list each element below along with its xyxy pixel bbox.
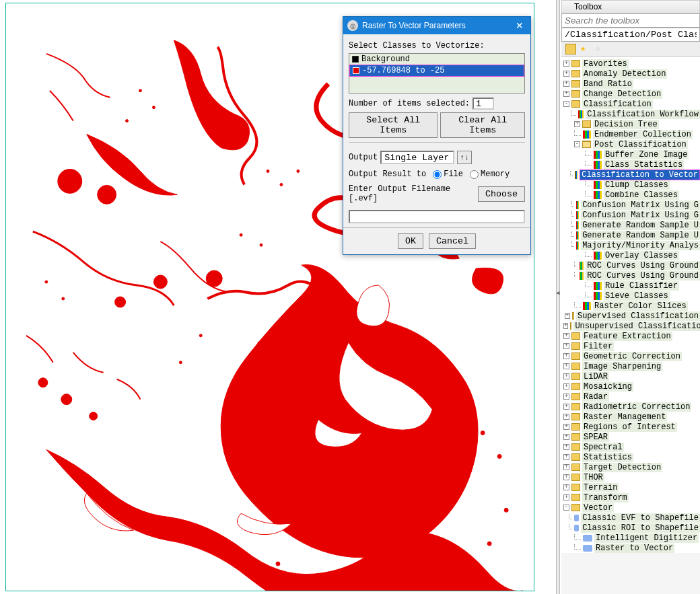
star-outline-icon[interactable]: ☆ xyxy=(595,44,606,54)
tree-item[interactable]: Endmember Collection xyxy=(561,129,700,139)
expand-icon[interactable]: + xyxy=(563,333,569,339)
close-icon[interactable]: ✕ xyxy=(513,20,526,32)
expand-icon[interactable]: + xyxy=(563,343,569,349)
expand-icon[interactable]: + xyxy=(563,394,569,400)
tree-item[interactable]: Classic EVF to Shapefile xyxy=(561,513,700,523)
expand-icon[interactable]: + xyxy=(563,474,569,480)
tree-item[interactable]: +Regions of Interest xyxy=(561,422,700,432)
tree-item[interactable]: Combine Classes xyxy=(561,190,700,200)
collapse-icon[interactable]: - xyxy=(563,505,569,511)
expand-icon[interactable]: + xyxy=(563,494,569,500)
tree-item[interactable]: Classification to Vector xyxy=(561,170,700,180)
expand-icon[interactable]: + xyxy=(563,353,569,359)
class-list[interactable]: Background -57.769848 to -25 xyxy=(349,53,525,94)
tree-item[interactable]: Generate Random Sample U xyxy=(561,230,700,240)
num-items-field[interactable] xyxy=(473,98,494,110)
expand-icon[interactable]: + xyxy=(563,444,569,450)
radio-memory-input[interactable] xyxy=(470,170,479,179)
expand-icon[interactable]: + xyxy=(563,464,569,470)
tree-item[interactable]: +Anomaly Detection xyxy=(561,69,700,79)
tree-item[interactable]: +Radiometric Correction xyxy=(561,402,700,412)
collapse-icon[interactable]: - xyxy=(574,141,580,147)
expand-icon[interactable]: + xyxy=(563,383,569,389)
tree-item[interactable]: +Favorites xyxy=(561,59,700,69)
radio-memory[interactable]: Memory xyxy=(470,170,510,179)
expand-icon[interactable]: + xyxy=(563,363,569,369)
tree-item[interactable]: +Transform xyxy=(561,492,700,503)
tree-item[interactable]: Confusion Matrix Using G xyxy=(561,200,700,210)
radio-file-input[interactable] xyxy=(433,170,442,179)
tree-item[interactable]: Generate Random Sample U xyxy=(561,220,700,230)
tree-item[interactable]: +Band Ratio xyxy=(561,79,700,89)
tree-item[interactable]: Rule Classifier xyxy=(561,281,700,291)
tree-item[interactable]: +Decision Tree xyxy=(561,119,700,129)
tree-item[interactable]: ROC Curves Using Ground xyxy=(561,260,700,270)
dialog-titlebar[interactable]: ◎ Raster To Vector Parameters ✕ xyxy=(343,17,530,34)
radio-file[interactable]: File xyxy=(433,170,463,179)
tree-item[interactable]: ROC Curves Using Ground xyxy=(561,270,700,281)
expand-icon[interactable]: + xyxy=(563,414,569,420)
class-row-background[interactable]: Background xyxy=(349,54,524,65)
tree-item[interactable]: +Change Detection xyxy=(561,89,700,99)
clear-all-button[interactable]: Clear All Items xyxy=(440,112,525,138)
output-mode-field[interactable] xyxy=(380,151,454,164)
tree-item[interactable]: +THOR xyxy=(561,472,700,482)
tree-item[interactable]: +Image Sharpening xyxy=(561,361,700,371)
tree-item[interactable]: Majority/Minority Analys xyxy=(561,240,700,250)
expand-icon[interactable]: + xyxy=(563,71,569,77)
tree-item[interactable]: +Unsupervised Classification xyxy=(561,321,700,331)
star-filled-icon[interactable]: ★ xyxy=(580,44,591,54)
tree-item[interactable]: Sieve Classes xyxy=(561,291,700,301)
tree-item[interactable]: Class Statistics xyxy=(561,159,700,170)
tree-item[interactable]: +Geometric Correction xyxy=(561,351,700,361)
expand-icon[interactable]: + xyxy=(563,434,569,440)
tree-item[interactable]: Confusion Matrix Using G xyxy=(561,210,700,220)
expand-icon[interactable]: + xyxy=(563,91,569,97)
tree-item[interactable]: -Classification xyxy=(561,99,700,109)
tree-item[interactable]: -Post Classification xyxy=(561,139,700,149)
tree-item[interactable]: +Raster Management xyxy=(561,412,700,422)
tree-item[interactable]: Buffer Zone Image xyxy=(561,149,700,159)
class-row-selected[interactable]: -57.769848 to -25 xyxy=(349,65,524,77)
panel-splitter[interactable] xyxy=(556,0,560,594)
expand-icon[interactable]: + xyxy=(563,454,569,460)
expand-icon[interactable]: + xyxy=(563,61,569,67)
tree-item[interactable]: +Supervised Classification xyxy=(561,311,700,321)
ok-button[interactable]: OK xyxy=(398,233,423,249)
tree-item[interactable]: +Terrain xyxy=(561,482,700,492)
tree-item[interactable]: -Vector xyxy=(561,503,700,513)
expand-icon[interactable]: + xyxy=(565,313,569,319)
filename-input[interactable] xyxy=(349,210,525,223)
tree-item[interactable]: Classic ROI to Shapefile xyxy=(561,523,700,533)
tree-item[interactable]: Raster Color Slices xyxy=(561,301,700,311)
tree-item[interactable]: Overlay Classes xyxy=(561,250,700,260)
tree-item[interactable]: +LiDAR xyxy=(561,371,700,381)
tree-item[interactable]: +Radar xyxy=(561,392,700,402)
expand-icon[interactable]: + xyxy=(574,121,580,127)
select-all-button[interactable]: Select All Items xyxy=(349,112,438,138)
tree-item[interactable]: +Statistics xyxy=(561,452,700,462)
collapse-icon[interactable]: - xyxy=(563,101,569,107)
tree-item[interactable]: +Filter xyxy=(561,341,700,351)
tree-item[interactable]: Classification Workflow xyxy=(561,109,700,119)
choose-button[interactable]: Choose xyxy=(478,186,525,202)
expand-icon[interactable]: + xyxy=(563,484,569,490)
cancel-button[interactable]: Cancel xyxy=(429,233,476,249)
tree-item[interactable]: +Feature Extraction xyxy=(561,331,700,341)
tree-item[interactable]: Raster to Vector xyxy=(561,543,700,553)
tree-item[interactable]: Clump Classes xyxy=(561,180,700,190)
tree-item[interactable]: +SPEAR xyxy=(561,432,700,442)
tree-item[interactable]: Intelligent Digitizer xyxy=(561,533,700,543)
folder-icon[interactable] xyxy=(565,44,576,54)
toolbox-search-input[interactable] xyxy=(561,13,700,28)
expand-icon[interactable]: + xyxy=(563,323,568,329)
expand-icon[interactable]: + xyxy=(563,81,569,87)
expand-icon[interactable]: + xyxy=(563,404,569,410)
toolbox-tree[interactable]: +Favorites+Anomaly Detection+Band Ratio+… xyxy=(561,57,700,553)
expand-icon[interactable]: + xyxy=(563,373,569,379)
expand-icon[interactable]: + xyxy=(563,424,569,430)
swap-button[interactable]: ↑↓ xyxy=(457,151,472,164)
tree-item[interactable]: +Spectral xyxy=(561,442,700,452)
tree-item[interactable]: +Mosaicking xyxy=(561,381,700,392)
tree-item[interactable]: +Target Detection xyxy=(561,462,700,472)
